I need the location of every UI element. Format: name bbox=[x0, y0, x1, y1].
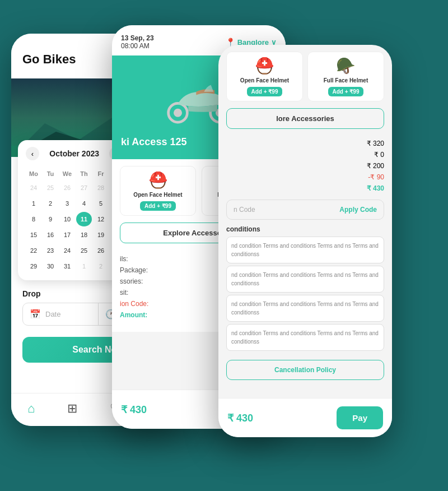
cal-cell[interactable]: 12 bbox=[93, 212, 109, 226]
p3-value-1: ₹ 320 bbox=[367, 140, 384, 147]
open-helmet-name-3: Open Face Helmet bbox=[231, 77, 298, 84]
cal-cell[interactable]: 29 bbox=[26, 259, 41, 274]
full-helmet-name-3: Full Face Helmet bbox=[312, 77, 379, 84]
phone-3: ⛑️ Open Face Helmet Add + ₹99 🪖 Full Fac… bbox=[218, 45, 392, 437]
cal-cell[interactable]: 1 bbox=[26, 196, 41, 211]
package-label: Package: bbox=[120, 266, 148, 274]
cal-cell[interactable]: 24 bbox=[59, 243, 75, 258]
price-3-row-2: ₹ 0 bbox=[226, 149, 384, 160]
phone-2-total-price: ₹ 430 bbox=[121, 404, 147, 416]
day-th: Th bbox=[76, 170, 92, 177]
terms-text-4: nd condition Terms and conditions Terms … bbox=[226, 324, 384, 351]
cal-cell[interactable]: 25 bbox=[43, 180, 58, 195]
p3-value-5: ₹ 430 bbox=[367, 184, 384, 192]
price-3-row-3: ₹ 200 bbox=[226, 160, 384, 172]
price-3-row-5: ₹ 430 bbox=[226, 183, 384, 194]
cal-cell[interactable]: 19 bbox=[93, 228, 109, 242]
terms-text-1: nd condition Terms and conditions Terms … bbox=[226, 237, 384, 263]
cal-cell[interactable]: 22 bbox=[26, 243, 41, 258]
cal-cell[interactable]: 16 bbox=[43, 228, 58, 242]
drop-date-text: Date bbox=[45, 310, 60, 318]
cal-cell[interactable]: 23 bbox=[43, 243, 58, 258]
accessories-row-3: ⛑️ Open Face Helmet Add + ₹99 🪖 Full Fac… bbox=[226, 52, 384, 101]
day-mo: Mo bbox=[26, 170, 41, 177]
cal-cell[interactable]: 15 bbox=[26, 228, 41, 242]
coupon-input[interactable]: n Code bbox=[234, 206, 339, 214]
accessory-card-full-3: 🪖 Full Face Helmet Add + ₹99 bbox=[307, 52, 384, 101]
open-helmet-icon-3: ⛑️ bbox=[231, 57, 298, 75]
terms-title: conditions bbox=[226, 225, 384, 233]
accessories-label: ssories: bbox=[120, 277, 143, 285]
phone-3-pay-btn[interactable]: Pay bbox=[337, 406, 383, 429]
phone-3-scroll: ⛑️ Open Face Helmet Add + ₹99 🪖 Full Fac… bbox=[218, 45, 392, 398]
discount-label: ion Code: bbox=[120, 300, 148, 308]
total-label: Amount: bbox=[120, 311, 147, 319]
terms-text-2: nd condition Terms and conditions Terms … bbox=[226, 266, 384, 293]
topbar-time: 08:00 AM bbox=[121, 42, 154, 50]
nav-grid-icon[interactable]: ⊞ bbox=[67, 401, 77, 416]
cal-cell[interactable]: 26 bbox=[93, 243, 109, 258]
p3-value-4: -₹ 90 bbox=[368, 173, 384, 181]
date-text: 13 Sep, 23 bbox=[121, 34, 154, 42]
open-helmet-name: Open Face Helmet bbox=[125, 192, 191, 198]
day-fr: Fr bbox=[93, 170, 109, 177]
cal-cell[interactable]: 5 bbox=[93, 196, 109, 211]
price-3-row-1: ₹ 320 bbox=[226, 138, 384, 149]
details-label-text: ils: bbox=[120, 255, 128, 263]
app-title: Go Bikes bbox=[22, 52, 76, 67]
topbar-date: 13 Sep, 23 bbox=[121, 34, 154, 42]
svg-point-4 bbox=[174, 109, 182, 117]
open-helmet-btn-3[interactable]: Add + ₹99 bbox=[247, 87, 283, 96]
cal-cell[interactable]: 18 bbox=[76, 228, 92, 242]
cancellation-policy-btn[interactable]: Cancellation Policy bbox=[226, 360, 384, 380]
phone-3-bottom: ₹ 430 Pay bbox=[218, 398, 392, 437]
cal-cell[interactable]: 9 bbox=[43, 212, 58, 226]
cal-cell[interactable]: 30 bbox=[43, 259, 58, 274]
cal-cell[interactable]: 4 bbox=[76, 196, 92, 211]
cal-cell[interactable]: 26 bbox=[59, 180, 75, 195]
cal-cell[interactable]: 2 bbox=[43, 196, 58, 211]
terms-text-3: nd condition Terms and conditions Terms … bbox=[226, 295, 384, 322]
cal-cell[interactable]: 1 bbox=[76, 259, 92, 274]
topbar-datetime: 13 Sep, 23 08:00 AM bbox=[121, 34, 154, 50]
apply-code-btn[interactable]: Apply Code bbox=[339, 206, 377, 214]
cal-cell[interactable]: 31 bbox=[59, 259, 75, 274]
cal-month-year: October 2023 bbox=[49, 149, 99, 158]
day-tu: Tu bbox=[43, 170, 58, 177]
price-3-row-4: -₹ 90 bbox=[226, 172, 384, 183]
scene: Go Bikes 🏍️ ‹ October 2023 › AM bbox=[0, 0, 448, 491]
accessory-card-open-3: ⛑️ Open Face Helmet Add + ₹99 bbox=[226, 52, 303, 101]
drop-date-field[interactable]: 📅 Date bbox=[23, 303, 98, 325]
cal-prev-btn[interactable]: ‹ bbox=[26, 147, 39, 160]
phone-3-total: ₹ 430 bbox=[227, 412, 253, 424]
nav-home-icon[interactable]: ⌂ bbox=[27, 401, 35, 416]
p3-value-3: ₹ 200 bbox=[367, 162, 384, 170]
coupon-row[interactable]: n Code Apply Code bbox=[226, 200, 384, 220]
cal-cell[interactable]: 25 bbox=[76, 243, 92, 258]
full-helmet-btn-3[interactable]: Add + ₹99 bbox=[328, 87, 364, 96]
cal-cell[interactable]: 8 bbox=[26, 212, 41, 226]
p3-value-2: ₹ 0 bbox=[374, 151, 384, 159]
deposit-label: sit: bbox=[120, 289, 128, 297]
day-we: We bbox=[59, 170, 75, 177]
cal-cell[interactable]: 3 bbox=[59, 196, 75, 211]
cal-cell[interactable]: 27 bbox=[76, 180, 92, 195]
accessory-card-open-helmet: ⛑️ Open Face Helmet Add + ₹99 bbox=[120, 166, 196, 216]
cal-cell[interactable]: 28 bbox=[93, 180, 109, 195]
cal-cell[interactable]: 17 bbox=[59, 228, 75, 242]
terms-section: conditions nd condition Terms and condit… bbox=[226, 225, 384, 351]
full-helmet-icon-3: 🪖 bbox=[312, 57, 379, 75]
cal-header: ‹ October 2023 › bbox=[26, 147, 123, 160]
calendar-icon: 📅 bbox=[30, 309, 41, 319]
cal-cell[interactable]: 10 bbox=[59, 212, 75, 226]
cal-cell[interactable]: 24 bbox=[26, 180, 41, 195]
explore-btn-3[interactable]: lore Accessories bbox=[226, 108, 384, 129]
open-helmet-icon: ⛑️ bbox=[125, 171, 191, 189]
open-helmet-add-btn[interactable]: Add + ₹99 bbox=[140, 201, 176, 211]
cal-cell[interactable]: 2 bbox=[93, 259, 109, 274]
cal-cell-selected[interactable]: 11 bbox=[76, 212, 92, 226]
